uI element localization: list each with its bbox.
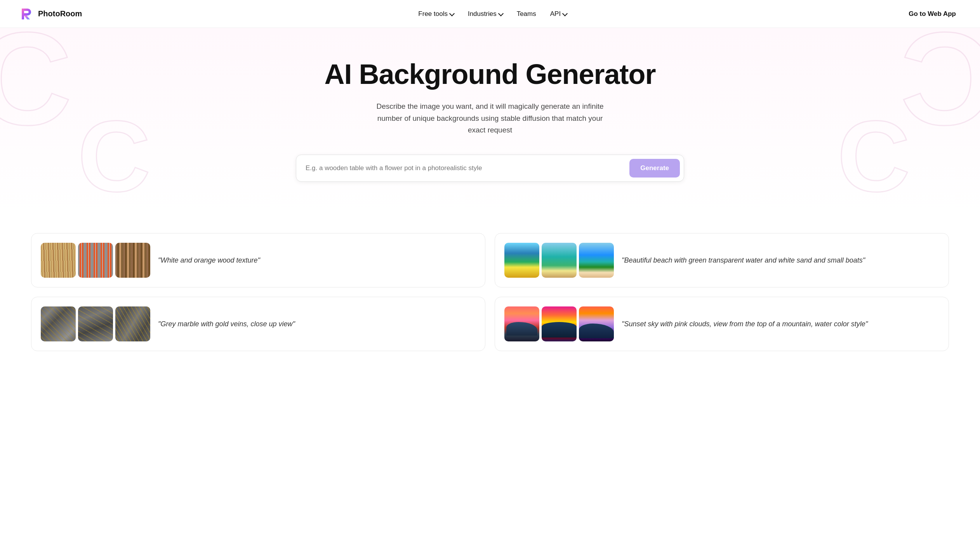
bg-letter-4: C (837, 106, 910, 207)
chevron-down-icon (449, 10, 455, 16)
nav-link-api[interactable]: API (545, 7, 572, 21)
navbar: PhotoRoom Free tools Industries Teams AP… (0, 0, 980, 28)
wood-thumb-3 (115, 243, 150, 278)
nav-item-free-tools[interactable]: Free tools (413, 7, 459, 21)
logo[interactable]: PhotoRoom (19, 6, 82, 22)
gallery-card-wood: "White and orange wood texture" (31, 233, 485, 287)
gallery-images-beach (504, 243, 614, 278)
hero-section: C C C C AI Background Generator Describe… (0, 28, 980, 214)
marble-thumb-3 (115, 306, 150, 341)
nav-item-teams[interactable]: Teams (511, 7, 542, 21)
chevron-down-icon (562, 10, 568, 16)
marble-thumb-2 (78, 306, 113, 341)
gallery-section: "White and orange wood texture" "Beautif… (0, 214, 980, 370)
beach-label: "Beautiful beach with green transparent … (622, 255, 865, 266)
wood-thumb-1 (41, 243, 76, 278)
gallery-card-beach: "Beautiful beach with green transparent … (495, 233, 949, 287)
gallery-card-sunset: "Sunset sky with pink clouds, view from … (495, 297, 949, 351)
logo-wordmark: PhotoRoom (38, 9, 82, 18)
marble-label: "Grey marble with gold veins, close up v… (158, 319, 295, 329)
go-to-web-app-button[interactable]: Go to Web App (903, 7, 961, 21)
chevron-down-icon (498, 10, 504, 16)
search-input[interactable] (306, 164, 629, 172)
hero-title: AI Background Generator (9, 59, 971, 90)
sunset-thumb-1 (504, 306, 539, 341)
nav-link-teams[interactable]: Teams (511, 7, 542, 21)
generate-button[interactable]: Generate (629, 159, 680, 178)
wood-label: "White and orange wood texture" (158, 255, 260, 266)
nav-link-free-tools[interactable]: Free tools (413, 7, 459, 21)
logo-icon (19, 6, 34, 22)
bg-letter-3: C (78, 106, 151, 207)
sunset-label: "Sunset sky with pink clouds, view from … (622, 319, 868, 329)
nav-item-api[interactable]: API (545, 7, 572, 21)
nav-link-industries[interactable]: Industries (462, 7, 508, 21)
nav-item-industries[interactable]: Industries (462, 7, 508, 21)
hero-subtitle: Describe the image you want, and it will… (370, 101, 610, 136)
gallery-images-wood (41, 243, 150, 278)
sunset-thumb-2 (542, 306, 577, 341)
wood-thumb-2 (78, 243, 113, 278)
sunset-thumb-3 (579, 306, 614, 341)
gallery-images-marble (41, 306, 150, 341)
nav-links: Free tools Industries Teams API (413, 7, 572, 21)
marble-thumb-1 (41, 306, 76, 341)
gallery-grid: "White and orange wood texture" "Beautif… (31, 233, 949, 351)
beach-thumb-2 (542, 243, 577, 278)
gallery-images-sunset (504, 306, 614, 341)
beach-thumb-3 (579, 243, 614, 278)
beach-thumb-1 (504, 243, 539, 278)
search-bar: Generate (296, 155, 684, 182)
gallery-card-marble: "Grey marble with gold veins, close up v… (31, 297, 485, 351)
